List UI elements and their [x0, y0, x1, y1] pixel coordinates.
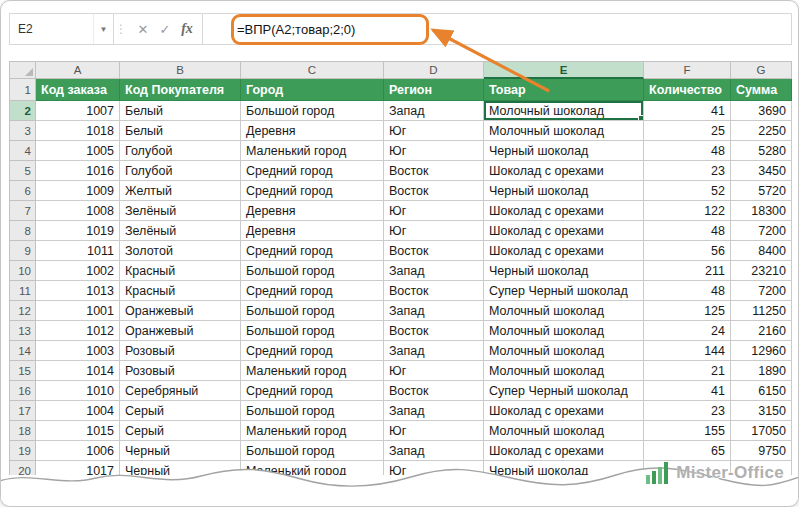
- cell-D18[interactable]: Юг: [384, 421, 484, 441]
- cell-B15[interactable]: Розовый: [120, 361, 241, 381]
- cell-B17[interactable]: Серый: [120, 401, 241, 421]
- cell-C10[interactable]: Большой город: [241, 261, 384, 281]
- row-header-6[interactable]: 6: [9, 181, 36, 201]
- cell-D17[interactable]: Запад: [384, 401, 484, 421]
- cell-G14[interactable]: 12960: [731, 341, 792, 361]
- cell-G17[interactable]: 3150: [731, 401, 792, 421]
- row-header-8[interactable]: 8: [9, 221, 36, 241]
- cell-C17[interactable]: Большой город: [241, 401, 384, 421]
- column-header-D[interactable]: D: [384, 61, 484, 79]
- cell-A11[interactable]: 1013: [36, 281, 120, 301]
- cell-A2[interactable]: 1007: [36, 101, 120, 121]
- cell-G3[interactable]: 2250: [731, 121, 792, 141]
- cell-C8[interactable]: Деревня: [241, 221, 384, 241]
- cell-D11[interactable]: Восток: [384, 281, 484, 301]
- cell-B16[interactable]: Серебряный: [120, 381, 241, 401]
- cell-A10[interactable]: 1002: [36, 261, 120, 281]
- header-cell-E1[interactable]: Товар: [484, 79, 644, 101]
- column-header-A[interactable]: A: [36, 61, 120, 79]
- cell-D13[interactable]: Восток: [384, 321, 484, 341]
- cell-G8[interactable]: 7200: [731, 221, 792, 241]
- cell-D20[interactable]: Юг: [384, 461, 484, 475]
- cell-C2[interactable]: Большой город: [241, 101, 384, 121]
- cell-B19[interactable]: Черный: [120, 441, 241, 461]
- cell-E4[interactable]: Черный шоколад: [484, 141, 644, 161]
- cell-F4[interactable]: 48: [644, 141, 731, 161]
- formula-input[interactable]: =ВПР(A2;товар;2;0): [203, 14, 791, 44]
- cell-E15[interactable]: Молочный шоколад: [484, 361, 644, 381]
- insert-function-icon[interactable]: fx: [176, 17, 198, 41]
- cell-E8[interactable]: Шоколад с орехами: [484, 221, 644, 241]
- row-header-20[interactable]: 20: [9, 461, 36, 475]
- header-cell-B1[interactable]: Код Покупателя: [120, 79, 241, 101]
- row-header-17[interactable]: 17: [9, 401, 36, 421]
- cell-B10[interactable]: Красный: [120, 261, 241, 281]
- cell-A8[interactable]: 1019: [36, 221, 120, 241]
- cell-E10[interactable]: Черный шоколад: [484, 261, 644, 281]
- row-header-12[interactable]: 12: [9, 301, 36, 321]
- cell-F13[interactable]: 24: [644, 321, 731, 341]
- cell-D16[interactable]: Восток: [384, 381, 484, 401]
- cell-A5[interactable]: 1016: [36, 161, 120, 181]
- cell-C4[interactable]: Маленький город: [241, 141, 384, 161]
- cell-B12[interactable]: Оранжевый: [120, 301, 241, 321]
- cell-F16[interactable]: 41: [644, 381, 731, 401]
- cell-G4[interactable]: 5280: [731, 141, 792, 161]
- cell-B9[interactable]: Золотой: [120, 241, 241, 261]
- cell-F10[interactable]: 211: [644, 261, 731, 281]
- cell-B20[interactable]: Черный: [120, 461, 241, 475]
- cell-G20[interactable]: [731, 461, 792, 475]
- row-header-7[interactable]: 7: [9, 201, 36, 221]
- cell-C5[interactable]: Средний город: [241, 161, 384, 181]
- row-header-1[interactable]: 1: [9, 79, 36, 101]
- cell-G15[interactable]: 1890: [731, 361, 792, 381]
- cell-C18[interactable]: Маленький город: [241, 421, 384, 441]
- cell-A16[interactable]: 1010: [36, 381, 120, 401]
- row-header-14[interactable]: 14: [9, 341, 36, 361]
- header-cell-D1[interactable]: Регион: [384, 79, 484, 101]
- column-header-C[interactable]: C: [241, 61, 384, 79]
- cell-F7[interactable]: 122: [644, 201, 731, 221]
- cell-E18[interactable]: Молочный шоколад: [484, 421, 644, 441]
- cell-F5[interactable]: 23: [644, 161, 731, 181]
- cell-B7[interactable]: Зелёный: [120, 201, 241, 221]
- row-header-5[interactable]: 5: [9, 161, 36, 181]
- cell-E13[interactable]: Молочный шоколад: [484, 321, 644, 341]
- cell-B5[interactable]: Голубой: [120, 161, 241, 181]
- cell-C7[interactable]: Деревня: [241, 201, 384, 221]
- cell-G11[interactable]: 7200: [731, 281, 792, 301]
- enter-icon[interactable]: ✓: [154, 17, 176, 41]
- name-box[interactable]: E2 ▼: [10, 14, 114, 44]
- cell-G12[interactable]: 11250: [731, 301, 792, 321]
- column-header-G[interactable]: G: [731, 61, 792, 79]
- cell-E17[interactable]: Шоколад с орехами: [484, 401, 644, 421]
- cell-G6[interactable]: 5720: [731, 181, 792, 201]
- cell-G5[interactable]: 3450: [731, 161, 792, 181]
- cell-A13[interactable]: 1012: [36, 321, 120, 341]
- cell-F11[interactable]: 48: [644, 281, 731, 301]
- cell-F15[interactable]: 21: [644, 361, 731, 381]
- cell-A20[interactable]: 1017: [36, 461, 120, 475]
- cell-B4[interactable]: Голубой: [120, 141, 241, 161]
- cell-G10[interactable]: 23210: [731, 261, 792, 281]
- cell-F12[interactable]: 125: [644, 301, 731, 321]
- row-header-2[interactable]: 2: [9, 101, 36, 121]
- cell-A19[interactable]: 1006: [36, 441, 120, 461]
- cell-C13[interactable]: Большой город: [241, 321, 384, 341]
- cell-B6[interactable]: Желтый: [120, 181, 241, 201]
- cell-E11[interactable]: Супер Черный шоколад: [484, 281, 644, 301]
- cell-E5[interactable]: Шоколад с орехами: [484, 161, 644, 181]
- cell-A18[interactable]: 1015: [36, 421, 120, 441]
- cell-D3[interactable]: Юг: [384, 121, 484, 141]
- cell-F6[interactable]: 52: [644, 181, 731, 201]
- cell-F9[interactable]: 56: [644, 241, 731, 261]
- cell-C15[interactable]: Маленький город: [241, 361, 384, 381]
- column-header-E[interactable]: E: [484, 61, 644, 79]
- cell-C16[interactable]: Средний город: [241, 381, 384, 401]
- cell-A17[interactable]: 1004: [36, 401, 120, 421]
- cancel-icon[interactable]: ✕: [132, 17, 154, 41]
- column-header-B[interactable]: B: [120, 61, 241, 79]
- cell-G13[interactable]: 2160: [731, 321, 792, 341]
- cell-F18[interactable]: 155: [644, 421, 731, 441]
- cell-E12[interactable]: Молочный шоколад: [484, 301, 644, 321]
